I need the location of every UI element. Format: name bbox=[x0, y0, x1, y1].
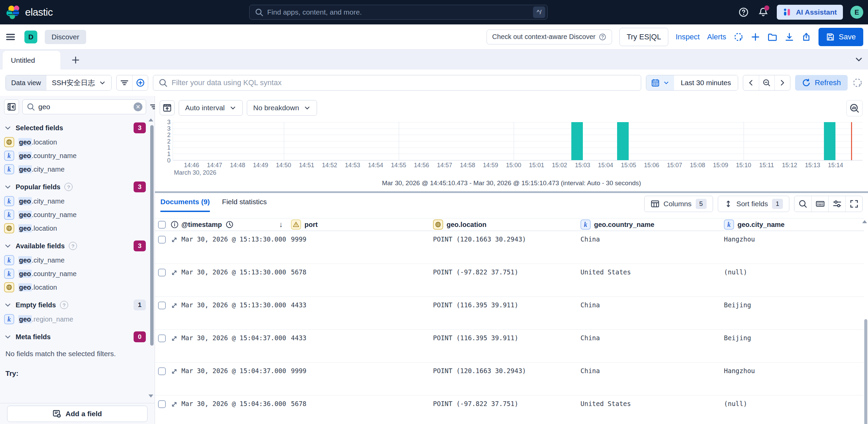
download-icon[interactable] bbox=[785, 32, 794, 42]
tab-documents[interactable]: Documents (9) bbox=[160, 198, 210, 212]
try-esql-button[interactable]: Try ES|QL bbox=[619, 28, 668, 46]
global-search[interactable]: ^/ bbox=[249, 5, 548, 20]
field-item[interactable]: geo.location bbox=[4, 281, 146, 294]
expand-row-icon[interactable] bbox=[171, 236, 178, 244]
expand-row-icon[interactable] bbox=[171, 302, 178, 309]
fullscreen-button[interactable] bbox=[845, 196, 862, 212]
table-row: Mar 30, 2026 @ 15:13:30.000 5678 POINT (… bbox=[155, 264, 864, 297]
help-icon[interactable] bbox=[737, 6, 750, 18]
histogram-bar[interactable] bbox=[617, 122, 629, 160]
table-row: Mar 30, 2026 @ 15:04:36.000 5678 POINT (… bbox=[155, 396, 864, 424]
tab-field-statistics[interactable]: Field statistics bbox=[222, 198, 267, 212]
collapse-sidebar-button[interactable] bbox=[4, 99, 19, 114]
histogram-bar[interactable] bbox=[571, 122, 583, 160]
kql-filter-bar[interactable] bbox=[153, 75, 641, 91]
field-section-header[interactable]: Popular fields ? 3 bbox=[4, 179, 146, 194]
time-range-picker[interactable]: Last 30 minutes bbox=[646, 75, 738, 91]
kql-input[interactable] bbox=[172, 78, 635, 87]
field-search-input[interactable] bbox=[38, 103, 130, 111]
field-section-header[interactable]: Empty fields ? 1 bbox=[4, 297, 146, 312]
sidebar-scrollbar[interactable] bbox=[150, 125, 154, 346]
background-search-session-icon[interactable] bbox=[734, 32, 743, 42]
global-search-input[interactable] bbox=[267, 8, 533, 16]
news-feed-icon[interactable] bbox=[757, 6, 769, 18]
grid-scrollbar[interactable] bbox=[864, 319, 867, 424]
field-item[interactable]: k geo.country_name bbox=[4, 149, 146, 162]
row-checkbox[interactable] bbox=[158, 302, 166, 309]
expand-row-icon[interactable] bbox=[171, 269, 178, 276]
save-button[interactable]: Save bbox=[818, 28, 863, 46]
add-filter-button[interactable] bbox=[132, 75, 148, 90]
field-item[interactable]: k geo.country_name bbox=[4, 267, 146, 281]
row-checkbox[interactable] bbox=[158, 236, 166, 244]
inspect-link[interactable]: Inspect bbox=[676, 33, 700, 41]
sort-descending-icon[interactable]: ↓ bbox=[279, 220, 291, 229]
data-view-picker[interactable]: Data view SSH安全日志 bbox=[5, 75, 112, 91]
field-item[interactable]: geo.location bbox=[4, 221, 146, 235]
field-item[interactable]: k geo.city_name bbox=[4, 194, 146, 208]
saved-query-filter-button[interactable] bbox=[117, 75, 132, 90]
grid-scroll-up-icon[interactable] bbox=[862, 220, 867, 223]
open-folder-icon[interactable] bbox=[768, 32, 777, 42]
context-aware-promo-chip[interactable]: Check out context-aware Discover bbox=[487, 30, 612, 44]
clear-search-icon[interactable]: ✕ bbox=[134, 102, 142, 111]
tab-untitled[interactable]: Untitled bbox=[3, 51, 60, 70]
row-checkbox[interactable] bbox=[158, 400, 166, 408]
field-item[interactable]: k geo.city_name bbox=[4, 162, 146, 176]
ai-assistant-button[interactable]: AI Assistant bbox=[777, 5, 843, 20]
time-forward-button[interactable] bbox=[774, 75, 790, 90]
field-section-header[interactable]: Meta fields 0 bbox=[4, 329, 146, 344]
section-help-icon[interactable]: ? bbox=[64, 183, 73, 191]
info-icon[interactable] bbox=[171, 220, 179, 229]
section-help-icon[interactable]: ? bbox=[69, 242, 77, 250]
breakdown-dropdown[interactable]: No breakdown bbox=[247, 100, 317, 116]
collapse-chart-button[interactable] bbox=[160, 100, 175, 115]
section-help-icon[interactable]: ? bbox=[60, 301, 68, 309]
field-section-header[interactable]: Selected fields 3 bbox=[4, 120, 146, 135]
scroll-down-icon[interactable] bbox=[149, 394, 153, 398]
field-item[interactable]: k geo.country_name bbox=[4, 208, 146, 221]
expand-row-icon[interactable] bbox=[171, 368, 178, 375]
search-session-icon[interactable] bbox=[852, 78, 863, 88]
interval-dropdown[interactable]: Auto interval bbox=[179, 100, 243, 116]
edit-visualization-button[interactable] bbox=[846, 100, 863, 116]
gridline-vertical bbox=[284, 122, 284, 160]
tab-menu-chevron-icon[interactable] bbox=[854, 55, 863, 64]
histogram-bar[interactable] bbox=[824, 122, 835, 160]
column-header-geo-location[interactable]: geo.location bbox=[433, 219, 580, 230]
share-export-icon[interactable] bbox=[802, 32, 811, 42]
column-header-geo-city-name[interactable]: k geo.city_name bbox=[724, 219, 864, 230]
add-field-button[interactable]: Add a field bbox=[7, 406, 147, 422]
new-tab-button[interactable] bbox=[69, 54, 82, 66]
columns-button[interactable]: Columns 5 bbox=[644, 196, 713, 212]
field-item[interactable]: k geo.region_name bbox=[4, 312, 146, 326]
sort-fields-button[interactable]: Sort fields 1 bbox=[718, 196, 789, 212]
grid-search-button[interactable] bbox=[794, 196, 811, 212]
menu-hamburger-icon[interactable] bbox=[5, 32, 16, 42]
row-checkbox[interactable] bbox=[158, 269, 166, 276]
field-section-header[interactable]: Available fields ? 3 bbox=[4, 238, 146, 253]
field-item[interactable]: geo.location bbox=[4, 135, 146, 149]
expand-row-icon[interactable] bbox=[171, 335, 178, 342]
field-search[interactable]: ✕ bbox=[22, 99, 146, 114]
row-checkbox[interactable] bbox=[158, 334, 166, 342]
display-options-button[interactable] bbox=[828, 196, 845, 212]
column-header-timestamp[interactable]: @timestamp ↓ bbox=[181, 220, 291, 229]
user-avatar[interactable]: E bbox=[850, 6, 863, 19]
zoom-out-time-button[interactable] bbox=[759, 75, 774, 90]
expand-row-icon[interactable] bbox=[171, 401, 178, 408]
scroll-up-icon[interactable] bbox=[149, 118, 153, 121]
keyboard-shortcuts-button[interactable] bbox=[811, 196, 828, 212]
time-back-button[interactable] bbox=[743, 75, 759, 90]
column-header-port[interactable]: port bbox=[291, 219, 433, 230]
field-item[interactable]: k geo.city_name bbox=[4, 253, 146, 267]
new-session-plus-icon[interactable] bbox=[751, 32, 760, 42]
column-header-geo-country-name[interactable]: k geo.country_name bbox=[580, 219, 724, 230]
elastic-logo[interactable]: elastic bbox=[6, 5, 53, 19]
refresh-button[interactable]: Refresh bbox=[795, 75, 848, 91]
row-checkbox[interactable] bbox=[158, 367, 166, 375]
select-all-checkbox[interactable] bbox=[158, 221, 166, 229]
alerts-link[interactable]: Alerts bbox=[707, 33, 726, 41]
breadcrumb[interactable]: Discover bbox=[45, 30, 86, 44]
space-badge[interactable]: D bbox=[24, 31, 37, 43]
